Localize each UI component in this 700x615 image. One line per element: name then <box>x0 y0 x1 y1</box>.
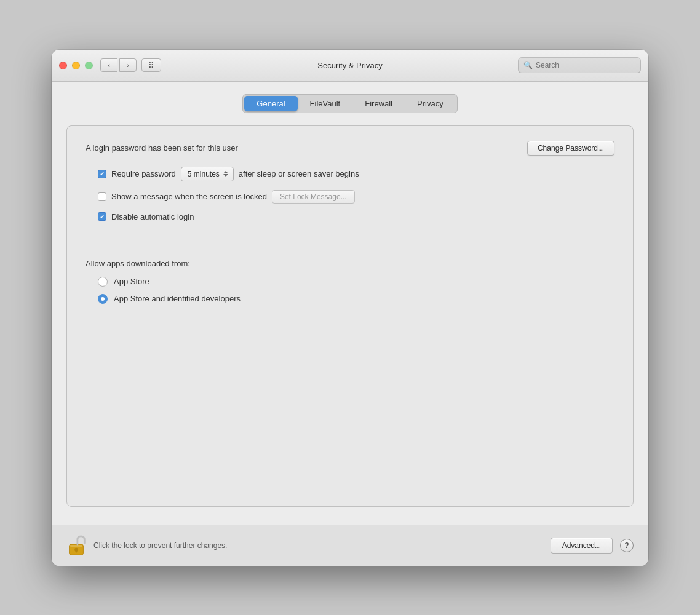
radio-app-store-developers[interactable] <box>98 294 108 304</box>
settings-panel: A login password has been set for this u… <box>66 125 634 507</box>
close-button[interactable] <box>59 62 67 69</box>
after-sleep-label: after sleep or screen saver begins <box>239 169 359 178</box>
tab-filevault[interactable]: FileVault <box>298 96 353 111</box>
set-lock-message-button[interactable]: Set Lock Message... <box>272 190 355 204</box>
section-divider <box>86 240 614 240</box>
show-message-checkbox[interactable] <box>98 192 106 201</box>
svg-rect-2 <box>76 549 78 552</box>
login-password-label: A login password has been set for this u… <box>86 143 527 153</box>
advanced-button[interactable]: Advanced... <box>551 538 613 554</box>
radio-options: App Store App Store and identified devel… <box>98 277 614 304</box>
tabs-container: General FileVault Firewall Privacy <box>66 94 634 113</box>
minimize-button[interactable] <box>72 62 80 69</box>
tab-privacy[interactable]: Privacy <box>405 96 456 111</box>
login-password-section: A login password has been set for this u… <box>86 141 614 156</box>
grid-icon: ⠿ <box>148 61 155 70</box>
radio-app-store-developers-row: App Store and identified developers <box>98 294 614 304</box>
back-button[interactable]: ‹ <box>100 58 117 72</box>
password-options: Require password 5 minutes after sleep o… <box>98 167 614 221</box>
dropdown-arrow-icon <box>223 171 228 177</box>
tab-firewall[interactable]: Firewall <box>352 96 405 111</box>
traffic-lights <box>59 62 93 69</box>
radio-app-store-label: App Store <box>114 277 149 286</box>
grid-button[interactable]: ⠿ <box>141 58 161 72</box>
require-password-checkbox[interactable] <box>98 170 106 178</box>
tab-bar: General FileVault Firewall Privacy <box>242 94 457 113</box>
require-password-row: Require password 5 minutes after sleep o… <box>98 167 614 181</box>
require-password-label: Require password <box>111 169 176 178</box>
search-icon: 🔍 <box>523 61 533 69</box>
show-message-row: Show a message when the screen is locked… <box>98 190 614 204</box>
nav-buttons: ‹ › <box>100 58 137 72</box>
window-title: Security & Privacy <box>317 61 382 70</box>
radio-app-store[interactable] <box>98 277 108 287</box>
search-box[interactable]: 🔍 <box>518 57 641 73</box>
maximize-button[interactable] <box>85 62 93 69</box>
dropdown-value: 5 minutes <box>188 170 220 178</box>
tab-general[interactable]: General <box>244 96 297 111</box>
allow-apps-label: Allow apps downloaded from: <box>86 259 614 268</box>
change-password-button[interactable]: Change Password... <box>527 141 614 156</box>
show-message-label: Show a message when the screen is locked <box>111 192 267 201</box>
disable-login-checkbox[interactable] <box>98 212 106 221</box>
disable-login-label: Disable automatic login <box>111 212 194 221</box>
search-input[interactable] <box>536 61 635 69</box>
radio-app-store-row: App Store <box>98 277 614 287</box>
svg-rect-3 <box>70 545 83 547</box>
lock-status-text: Click the lock to prevent further change… <box>93 541 543 550</box>
titlebar: ‹ › ⠿ Security & Privacy 🔍 <box>52 50 648 82</box>
lock-icon[interactable] <box>66 534 86 557</box>
help-button[interactable]: ? <box>620 539 634 552</box>
main-window: ‹ › ⠿ Security & Privacy 🔍 General FileV… <box>52 50 648 566</box>
disable-login-row: Disable automatic login <box>98 212 614 221</box>
require-password-dropdown[interactable]: 5 minutes <box>181 167 234 181</box>
bottom-bar: Click the lock to prevent further change… <box>52 525 648 566</box>
forward-button[interactable]: › <box>119 58 137 72</box>
download-section: Allow apps downloaded from: App Store Ap… <box>86 259 614 304</box>
content-area: General FileVault Firewall Privacy A log… <box>52 82 648 525</box>
radio-app-store-developers-label: App Store and identified developers <box>114 294 241 303</box>
